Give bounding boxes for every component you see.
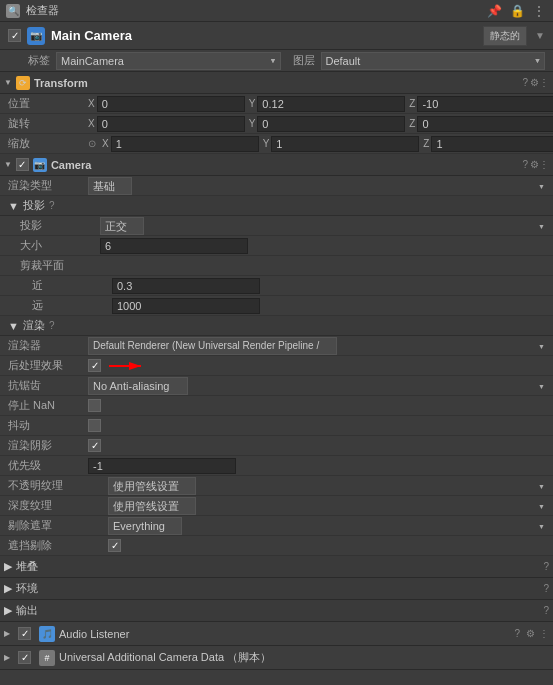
scale-link-icon: ⊙ [88, 138, 96, 149]
projection-row: 投影 正交 [0, 216, 553, 236]
audio-listener-name: Audio Listener [59, 628, 506, 640]
culling-mask-select[interactable]: Everything Nothing [108, 517, 182, 535]
rot-y-label: Y [249, 118, 256, 129]
depth-texture-select-wrap: 使用管线设置 [108, 497, 549, 515]
layer-label: 图层 [293, 53, 317, 68]
antialiasing-select[interactable]: No Anti-aliasing SMAA FXAA [88, 377, 188, 395]
pos-y-input[interactable] [257, 96, 405, 112]
pos-z-label: Z [409, 98, 415, 109]
culling-mask-row: 剔除遮罩 Everything Nothing [0, 516, 553, 536]
camera-icon: 📷 [33, 158, 47, 172]
environment-section[interactable]: ▶ 环境 ? [0, 578, 553, 600]
camera-more-icon[interactable]: ⋮ [539, 159, 549, 170]
priority-input[interactable] [88, 458, 236, 474]
lock-button[interactable]: 🔒 [508, 4, 527, 18]
opaque-texture-select-wrap: 使用管线设置 [108, 477, 549, 495]
scale-x-input[interactable] [111, 136, 259, 152]
scale-x-label: X [102, 138, 109, 149]
camera-data-checkbox[interactable] [18, 651, 31, 664]
depth-texture-select[interactable]: 使用管线设置 [108, 497, 196, 515]
render-type-label: 渲染类型 [8, 178, 88, 193]
camera-help-icon[interactable]: ? [522, 159, 528, 170]
environment-title: 环境 [16, 581, 38, 596]
clipping-header-row: 剪裁平面 [0, 256, 553, 276]
occlusion-culling-checkbox[interactable] [108, 539, 121, 552]
transform-gear-icon[interactable]: ⚙ [530, 77, 539, 88]
camera-data-name: Universal Additional Camera Data （脚本） [59, 650, 549, 665]
pos-z-input[interactable] [417, 96, 553, 112]
object-header: 📷 Main Camera 静态的 ▼ [0, 22, 553, 50]
dithering-row: 抖动 [0, 416, 553, 436]
camera-active-checkbox[interactable] [16, 158, 29, 171]
transform-section-header[interactable]: ▼ ⟳ Transform ? ⚙ ⋮ [0, 72, 553, 94]
postprocessing-label: 后处理效果 [8, 358, 88, 373]
rot-x-input[interactable] [97, 116, 245, 132]
rot-y-input[interactable] [257, 116, 405, 132]
projection-label: 投影 [20, 218, 100, 233]
dithering-checkbox[interactable] [88, 419, 101, 432]
dithering-label: 抖动 [8, 418, 88, 433]
transform-icon: ⟳ [16, 76, 30, 90]
scale-y-input[interactable] [271, 136, 419, 152]
stacking-help-icon[interactable]: ? [543, 561, 549, 572]
tag-label: 标签 [28, 53, 52, 68]
stacking-title: 堆叠 [16, 559, 38, 574]
near-input[interactable] [112, 278, 260, 294]
static-dropdown-arrow[interactable]: ▼ [535, 30, 545, 41]
rendering-section[interactable]: ▼ 渲染 ? [0, 316, 553, 336]
occlusion-culling-row: 遮挡剔除 [0, 536, 553, 556]
object-name[interactable]: Main Camera [51, 28, 477, 43]
pos-x-input[interactable] [97, 96, 245, 112]
scale-z-item: Z [423, 136, 553, 152]
audio-listener-help-icon[interactable]: ? [514, 628, 520, 639]
render-type-select[interactable]: 基础 [88, 177, 132, 195]
renderer-select-wrap: Default Renderer (New Universal Render P… [88, 337, 549, 355]
far-input[interactable] [112, 298, 260, 314]
rendering-help-icon[interactable]: ? [49, 320, 55, 331]
object-active-checkbox[interactable] [8, 29, 21, 42]
pos-z-item: Z [409, 96, 553, 112]
projection-collapse-arrow: ▼ [8, 200, 19, 212]
renderer-select[interactable]: Default Renderer (New Universal Render P… [88, 337, 337, 355]
transform-more-icon[interactable]: ⋮ [539, 77, 549, 88]
stacking-section[interactable]: ▶ 堆叠 ? [0, 556, 553, 578]
render-shadows-row: 渲染阴影 [0, 436, 553, 456]
rotation-label: 旋转 [8, 116, 88, 131]
rot-y-item: Y [249, 116, 406, 132]
pin-button[interactable]: 📌 [485, 4, 504, 18]
object-icon: 📷 [27, 27, 45, 45]
stop-nan-checkbox[interactable] [88, 399, 101, 412]
position-row: 位置 X Y Z [0, 94, 553, 114]
static-button[interactable]: 静态的 [483, 26, 527, 46]
postprocessing-checkbox[interactable] [88, 359, 101, 372]
camera-section-header[interactable]: ▼ 📷 Camera ? ⚙ ⋮ [0, 154, 553, 176]
rot-z-input[interactable] [417, 116, 553, 132]
opaque-texture-select[interactable]: 使用管线设置 [108, 477, 196, 495]
rot-z-item: Z [409, 116, 553, 132]
antialiasing-label: 抗锯齿 [8, 378, 88, 393]
camera-gear-icon[interactable]: ⚙ [530, 159, 539, 170]
scale-row: 缩放 ⊙ X Y Z [0, 134, 553, 154]
output-help-icon[interactable]: ? [543, 605, 549, 616]
layer-select-wrap: Default ▼ [321, 52, 546, 70]
projection-section[interactable]: ▼ 投影 ? [0, 196, 553, 216]
audio-listener-more-icon[interactable]: ⋮ [539, 628, 549, 639]
render-shadows-checkbox[interactable] [88, 439, 101, 452]
audio-listener-gear-icon[interactable]: ⚙ [526, 628, 535, 639]
audio-listener-row: ▶ 🎵 Audio Listener ? ⚙ ⋮ [0, 622, 553, 646]
render-type-row: 渲染类型 基础 [0, 176, 553, 196]
projection-help-icon[interactable]: ? [49, 200, 55, 211]
position-label: 位置 [8, 96, 88, 111]
environment-help-icon[interactable]: ? [543, 583, 549, 594]
render-type-select-wrap: 基础 [88, 177, 549, 195]
projection-select[interactable]: 正交 [100, 217, 144, 235]
layer-select[interactable]: Default [321, 52, 546, 70]
antialiasing-row: 抗锯齿 No Anti-aliasing SMAA FXAA [0, 376, 553, 396]
audio-listener-checkbox[interactable] [18, 627, 31, 640]
tag-select[interactable]: MainCamera [56, 52, 281, 70]
transform-help-icon[interactable]: ? [522, 77, 528, 88]
scale-z-input[interactable] [431, 136, 553, 152]
output-section[interactable]: ▶ 输出 ? [0, 600, 553, 622]
size-input[interactable] [100, 238, 248, 254]
menu-button[interactable]: ⋮ [531, 4, 547, 18]
